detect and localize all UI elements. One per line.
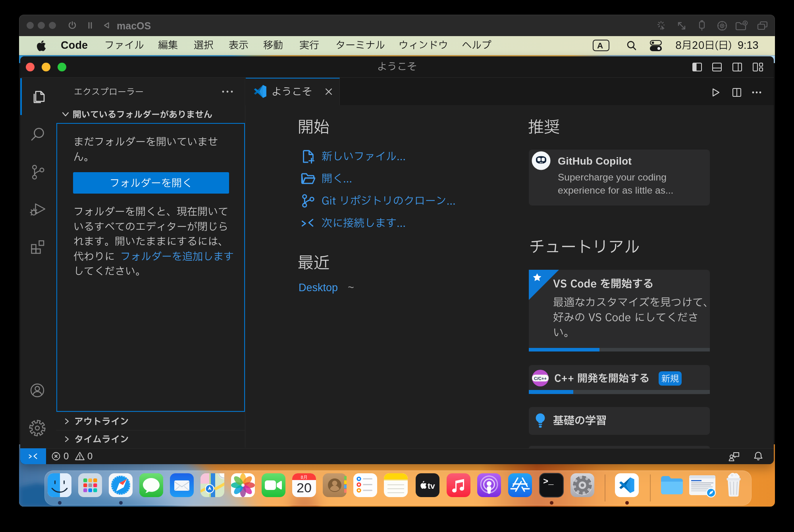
svg-text:C/C++: C/C++ [534,376,547,381]
svg-text:8月: 8月 [301,475,307,480]
svg-text:tv: tv [428,481,435,490]
svg-text:20: 20 [297,480,312,495]
svg-text:>_: >_ [543,477,554,487]
